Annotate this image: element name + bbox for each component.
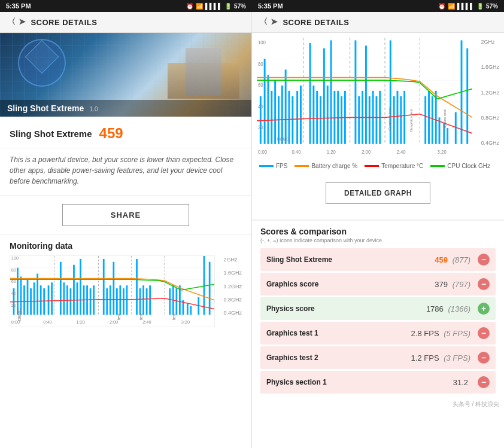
- description-text: This is a powerful device, but your scor…: [10, 154, 242, 187]
- svg-rect-26: [77, 282, 78, 315]
- score-value-4: 1.2 FPS (3 FPS): [411, 353, 470, 362]
- svg-text:3:20: 3:20: [438, 149, 447, 156]
- signal-icon-r: ▌▌▌▌: [457, 3, 474, 10]
- wifi-icon: 📶: [196, 3, 203, 10]
- svg-rect-34: [110, 285, 111, 315]
- score-name-1: Graphics score: [266, 280, 435, 288]
- hero-image: Sling Shot Extreme 1.0: [0, 33, 251, 117]
- hero-version: 1.0: [90, 106, 98, 112]
- legend-temp: Temperature °C: [365, 163, 423, 169]
- battery-color: [294, 165, 309, 167]
- time-right: 5:35 PM: [258, 2, 283, 10]
- svg-rect-47: [175, 288, 177, 315]
- svg-rect-82: [271, 91, 272, 144]
- svg-text:40: 40: [11, 291, 16, 296]
- share-button[interactable]: SHARE: [62, 204, 190, 226]
- battery-icon: 🔋: [224, 3, 232, 10]
- main-chart-y-axis: 2GHz 1.6GHz 1.2GHz 0.8GHz 0.4GHz: [481, 38, 499, 147]
- svg-text:DEMO: DEMO: [277, 136, 290, 142]
- svg-rect-45: [169, 288, 171, 315]
- svg-rect-97: [330, 40, 332, 144]
- svg-rect-53: [204, 256, 205, 315]
- svg-rect-100: [341, 96, 342, 144]
- svg-text:Physics test: Physics test: [443, 109, 447, 131]
- score-row-gtest1: Graphics test 1 2.8 FPS (5 FPS) −: [260, 322, 496, 345]
- svg-rect-50: [187, 303, 189, 315]
- svg-rect-105: [365, 45, 367, 144]
- svg-rect-39: [126, 285, 128, 315]
- svg-text:2:40: 2:40: [142, 319, 151, 325]
- svg-rect-33: [106, 288, 108, 315]
- svg-rect-12: [23, 285, 25, 315]
- status-bar-left: 5:35 PM ⏰ 📶 ▌▌▌▌ 🔋 57%: [0, 0, 252, 12]
- svg-rect-85: [281, 86, 283, 144]
- fps-color: [259, 165, 274, 167]
- svg-text:20: 20: [258, 124, 263, 131]
- svg-rect-124: [466, 48, 468, 144]
- svg-text:20: 20: [11, 302, 16, 307]
- score-indicator-2: +: [478, 303, 490, 315]
- right-panel-title: SCORE DETAILS: [283, 18, 349, 27]
- svg-text:3:20: 3:20: [181, 319, 190, 325]
- svg-rect-36: [116, 288, 118, 315]
- score-label: Sling Shot Extreme: [10, 129, 92, 139]
- status-icons-right: ⏰ 📶 ▌▌▌▌ 🔋 57%: [438, 3, 498, 10]
- svg-rect-38: [123, 288, 125, 315]
- svg-rect-95: [323, 48, 325, 144]
- monitoring-section: Monitoring data: [0, 235, 251, 333]
- svg-rect-54: [209, 262, 211, 315]
- right-panel-header: 〈 ➤ SCORE DETAILS: [252, 12, 504, 33]
- main-chart-svg: 0:00 0:40 1:20 2:00 2:40 3:20 100 80 60 …: [257, 38, 472, 157]
- svg-rect-80: [264, 59, 266, 144]
- mini-chart-y-axis: 2GHz 1.6GHz 1.2GHz 0.8GHz 0.4GHz: [223, 255, 242, 317]
- svg-rect-117: [432, 96, 433, 144]
- svg-rect-51: [190, 306, 192, 315]
- scores-section: Scores & comparison (-, +, =) Icons indi…: [252, 220, 504, 398]
- svg-text:60: 60: [258, 82, 263, 89]
- svg-text:0:00: 0:00: [258, 149, 267, 156]
- svg-rect-44: [149, 285, 151, 315]
- svg-rect-30: [90, 288, 92, 315]
- svg-rect-108: [375, 96, 377, 144]
- score-name-2: Physics score: [266, 304, 426, 313]
- temp-label: Temperature °C: [381, 163, 423, 169]
- svg-rect-118: [435, 91, 437, 144]
- svg-rect-42: [142, 285, 144, 315]
- svg-rect-43: [146, 288, 148, 315]
- hero-tower: [186, 48, 221, 96]
- svg-rect-121: [447, 128, 448, 144]
- svg-text:0:40: 0:40: [43, 319, 51, 325]
- svg-rect-18: [43, 288, 45, 315]
- detailed-graph-button[interactable]: DETAILED GRAPH: [326, 182, 430, 204]
- svg-rect-92: [312, 86, 314, 144]
- battery-percent-right: 57%: [486, 3, 498, 10]
- svg-rect-111: [393, 96, 395, 144]
- main-chart-wrapper: 0:00 0:40 1:20 2:00 2:40 3:20 100 80 60 …: [257, 38, 499, 159]
- left-scrollable: Sling Shot Extreme 1.0 Sling Shot Extrem…: [0, 33, 251, 448]
- score-row-physics: Physics score 1786 (1366) +: [260, 297, 496, 320]
- mini-chart-svg: 0:00 0:40 1:20 2:00 2:40 3:20 100 80 60 …: [10, 255, 215, 327]
- svg-rect-114: [403, 91, 405, 144]
- svg-rect-10: [17, 268, 19, 315]
- score-row-graphics: Graphics score 379 (797) −: [260, 273, 496, 295]
- score-row-gtest2: Graphics test 2 1.2 FPS (3 FPS) −: [260, 346, 496, 369]
- legend-fps: FPS: [259, 163, 287, 169]
- score-indicator-4: −: [478, 352, 490, 364]
- score-row-psec1: Physics section 1 31.2 −: [260, 371, 496, 394]
- svg-rect-81: [268, 75, 269, 144]
- svg-rect-122: [455, 112, 457, 144]
- svg-rect-27: [80, 259, 81, 315]
- legend-cpu: CPU Clock GHz: [430, 163, 490, 169]
- hero-overlay: Sling Shot Extreme 1.0: [0, 100, 251, 117]
- chart-legend: FPS Battery charge % Temperature °C CPU …: [257, 159, 499, 173]
- battery-percent-left: 57%: [234, 3, 246, 10]
- svg-text:80: 80: [11, 267, 16, 272]
- fps-label: FPS: [276, 163, 287, 169]
- svg-text:60: 60: [11, 279, 16, 284]
- cpu-color: [430, 165, 445, 167]
- svg-rect-21: [60, 262, 62, 315]
- wifi-icon-r: 📶: [448, 3, 455, 10]
- hero-title: Sling Shot Extreme: [7, 103, 84, 113]
- svg-text:100: 100: [11, 255, 19, 261]
- score-value-1: 379 (797): [435, 280, 470, 289]
